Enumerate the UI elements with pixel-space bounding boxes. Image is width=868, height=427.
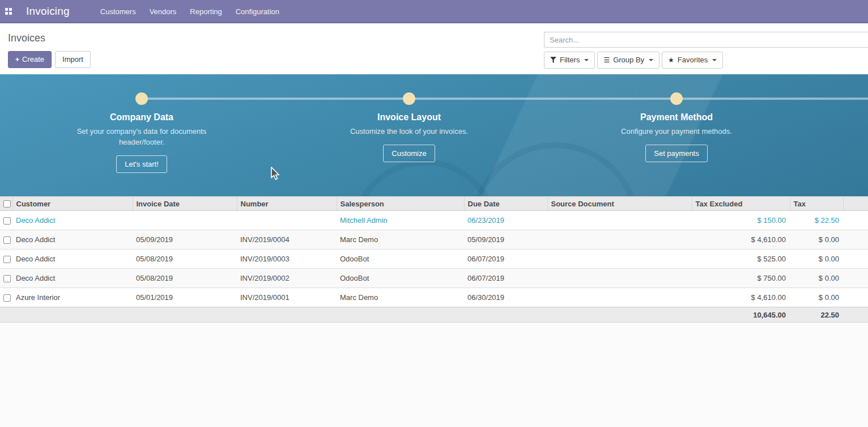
import-button[interactable]: Import (55, 51, 91, 68)
due-date-cell: 06/07/2019 (464, 269, 547, 288)
source-document-cell (547, 230, 692, 250)
select-all-checkbox[interactable] (3, 200, 11, 208)
invoice-date-cell: 05/09/2019 (133, 230, 237, 250)
banner-decoration (351, 159, 499, 196)
caret-down-icon (649, 59, 653, 61)
column-header-spacer (843, 197, 868, 211)
source-document-cell (547, 211, 692, 230)
salesperson-cell: OdooBot (337, 250, 464, 269)
select-all-cell (0, 197, 12, 211)
row-checkbox[interactable] (3, 275, 11, 282)
favorites-button-label: Favorites (678, 56, 708, 65)
column-header-tax-excluded[interactable]: Tax Excluded (692, 197, 790, 211)
nav-menu-item-reporting[interactable]: Reporting (183, 0, 228, 23)
customize-button[interactable]: Customize (383, 145, 435, 162)
table-row[interactable]: Azure Interior 05/01/2019 INV/2019/0001 … (0, 288, 868, 307)
column-header-customer[interactable]: Customer (12, 197, 133, 211)
number-cell: INV/2019/0003 (237, 250, 337, 269)
row-checkbox[interactable] (3, 294, 11, 302)
source-document-cell (547, 288, 692, 307)
tax-cell: $ 0.00 (790, 269, 843, 288)
onboarding-banner: Company Data Set your company's data for… (0, 74, 868, 196)
create-button[interactable]: +Create (8, 51, 52, 68)
caret-down-icon (584, 59, 589, 61)
due-date-cell: 06/07/2019 (464, 250, 547, 269)
nav-menu-item-configuration[interactable]: Configuration (229, 0, 286, 23)
nav-menu-item-customers[interactable]: Customers (93, 0, 143, 23)
column-header-invoice-date[interactable]: Invoice Date (133, 197, 237, 211)
salesperson-cell: Mitchell Admin (337, 211, 464, 230)
tax-cell: $ 0.00 (790, 230, 843, 250)
create-button-label: Create (22, 55, 44, 64)
column-header-number[interactable]: Number (237, 197, 337, 211)
table-footer-row: 10,645.00 22.50 (0, 307, 868, 323)
bars-icon: ☰ (603, 56, 610, 64)
row-select-cell (0, 230, 12, 250)
set-payments-button[interactable]: Set payments (645, 145, 708, 162)
filter-bar: Filters ☰ Group By ★ Favorites (544, 52, 868, 69)
row-checkbox[interactable] (3, 256, 11, 263)
customer-cell: Azure Interior (12, 288, 133, 307)
column-header-source-document[interactable]: Source Document (547, 197, 692, 211)
number-cell: INV/2019/0004 (237, 230, 337, 250)
column-header-tax[interactable]: Tax (790, 197, 843, 211)
row-checkbox[interactable] (3, 217, 11, 225)
table-row[interactable]: Deco Addict Mitchell Admin 06/23/2019 $ … (0, 211, 868, 230)
onboarding-step-invoice-layout: Invoice Layout Customize the look of you… (324, 92, 494, 162)
nav-menu-item-vendors[interactable]: Vendors (143, 0, 184, 23)
table-row[interactable]: Deco Addict 05/08/2019 INV/2019/0002 Odo… (0, 269, 868, 288)
tax-cell: $ 0.00 (790, 288, 843, 307)
filters-button-label: Filters (560, 56, 580, 65)
step-description: Configure your payment methods. (621, 126, 732, 137)
filters-button[interactable]: Filters (544, 52, 595, 69)
row-select-cell (0, 269, 12, 288)
star-icon: ★ (668, 56, 674, 64)
table-header-row: Customer Invoice Date Number Salesperson… (0, 197, 868, 211)
tax-excluded-cell: $ 750.00 (692, 269, 790, 288)
step-title: Company Data (110, 112, 173, 122)
due-date-cell: 05/09/2019 (464, 230, 547, 250)
row-select-cell (0, 288, 12, 307)
invoice-date-cell: 05/08/2019 (133, 250, 237, 269)
invoice-date-cell (133, 211, 237, 230)
salesperson-cell: Marc Demo (337, 230, 464, 250)
favorites-button[interactable]: ★ Favorites (662, 52, 723, 69)
table-row[interactable]: Deco Addict 05/09/2019 INV/2019/0004 Mar… (0, 230, 868, 250)
search-input[interactable] (544, 32, 868, 48)
due-date-cell: 06/23/2019 (464, 211, 547, 230)
onboarding-step-company-data: Company Data Set your company's data for… (57, 92, 227, 173)
column-header-salesperson[interactable]: Salesperson (337, 197, 464, 211)
source-document-cell (547, 250, 692, 269)
step-dot (403, 92, 415, 105)
salesperson-cell: Marc Demo (337, 288, 464, 307)
step-title: Payment Method (640, 112, 713, 122)
caret-down-icon (712, 59, 717, 61)
step-description: Set your company's data for documents he… (75, 126, 209, 148)
step-dot (135, 92, 148, 105)
app-name[interactable]: Invoicing (26, 5, 70, 18)
number-cell: INV/2019/0001 (237, 288, 337, 307)
salesperson-cell: OdooBot (337, 269, 464, 288)
tax-cell: $ 0.00 (790, 250, 843, 269)
column-header-due-date[interactable]: Due Date (464, 197, 547, 211)
action-buttons: +Create Import (8, 51, 91, 68)
tax-excluded-cell: $ 150.00 (692, 211, 790, 230)
onboarding-step-payment-method: Payment Method Configure your payment me… (592, 92, 761, 162)
step-dot (670, 92, 683, 105)
row-checkbox[interactable] (3, 236, 11, 244)
table-row[interactable]: Deco Addict 05/08/2019 INV/2019/0003 Odo… (0, 250, 868, 269)
apps-grid-icon[interactable] (5, 8, 12, 15)
invoice-date-cell: 05/01/2019 (133, 288, 237, 307)
number-cell: INV/2019/0002 (237, 269, 337, 288)
tax-excluded-cell: $ 4,610.00 (692, 230, 790, 250)
top-navbar: Invoicing Customers Vendors Reporting Co… (0, 0, 868, 23)
invoice-table: Customer Invoice Date Number Salesperson… (0, 196, 868, 323)
tax-cell: $ 22.50 (790, 211, 843, 230)
lets-start-button[interactable]: Let's start! (116, 155, 167, 173)
customer-cell: Deco Addict (12, 230, 133, 250)
tax-excluded-cell: $ 4,610.00 (692, 288, 790, 307)
invoice-date-cell: 05/08/2019 (133, 269, 237, 288)
group-by-button[interactable]: ☰ Group By (597, 52, 659, 69)
search-panel: Filters ☰ Group By ★ Favorites (544, 32, 868, 69)
due-date-cell: 06/30/2019 (464, 288, 547, 307)
